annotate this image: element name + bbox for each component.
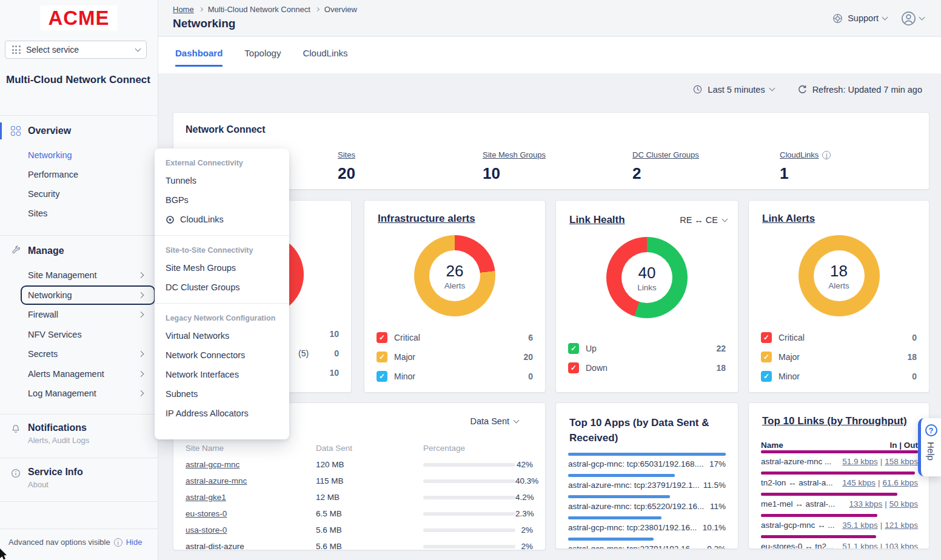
- out-kbps-link[interactable]: 121 kbps: [885, 521, 918, 530]
- flyout-item-network-interfaces[interactable]: Network Interfaces: [166, 365, 278, 384]
- out-kbps-link[interactable]: 50 kbps: [889, 499, 918, 508]
- stat-dcg-link[interactable]: DC Cluster Groups: [632, 150, 699, 159]
- separator: |: [878, 478, 880, 487]
- site-link[interactable]: astral-azure-mnc: [186, 476, 316, 485]
- manage-item-label: Alerts Management: [28, 369, 104, 379]
- breadcrumb-mid: Multi-Cloud Network Connect: [208, 5, 310, 14]
- link-health-legend: Up 22 Down 18: [568, 342, 726, 381]
- header-actions: Support: [832, 0, 924, 36]
- checkbox-minor[interactable]: [377, 371, 387, 382]
- progress-track: [423, 528, 515, 532]
- manage-item-firewall[interactable]: Firewall: [0, 305, 158, 325]
- checkbox-critical[interactable]: [377, 332, 387, 343]
- app-bar: [568, 495, 670, 498]
- manage-item-label: Firewall: [28, 310, 58, 319]
- chevron-right-icon: [138, 312, 144, 318]
- manage-item-alerts-management[interactable]: Alerts Management: [0, 364, 158, 384]
- flyout-item-virtual-networks[interactable]: Virtual Networks: [166, 326, 278, 345]
- link-health-title[interactable]: Link Health: [569, 214, 625, 226]
- manage-item-networking[interactable]: Networking: [0, 285, 158, 305]
- link-health-selector[interactable]: RE ↔ CE: [680, 215, 727, 225]
- refresh-button[interactable]: Refresh: Updated 7 min ago: [797, 84, 922, 95]
- out-kbps-link[interactable]: 61.6 kbps: [882, 478, 918, 487]
- user-icon: [900, 10, 917, 27]
- stat-smg-value: 10: [483, 164, 546, 183]
- out-kbps-link[interactable]: 158 kbps: [885, 457, 918, 466]
- tabs: Dashboard Topology CloudLinks: [175, 48, 348, 67]
- link-row: eu-stores-0 ↔ tn2...51.1 kbps|103 kbps: [761, 535, 918, 549]
- flyout-item-dc-cluster-groups[interactable]: DC Cluster Groups: [166, 278, 278, 297]
- time-range-selector[interactable]: Last 5 minutes: [692, 84, 774, 95]
- in-kbps-link[interactable]: 51.9 kbps: [842, 457, 878, 466]
- flyout-item-network-connectors[interactable]: Network Connectors: [166, 345, 278, 365]
- legend-row: Major 18: [761, 351, 917, 363]
- stat-sites-link[interactable]: Sites: [338, 150, 355, 159]
- manage-item-secrets[interactable]: Secrets: [0, 344, 158, 364]
- separator: |: [880, 542, 883, 549]
- help-tab[interactable]: Help: [918, 418, 941, 476]
- flyout-item-cloudlinks[interactable]: CloudLinks: [166, 210, 278, 229]
- in-kbps-link[interactable]: 133 kbps: [849, 499, 882, 508]
- checkbox-major[interactable]: [761, 352, 772, 362]
- legend-value: 10: [329, 329, 339, 339]
- flyout-item-site-mesh-groups[interactable]: Site Mesh Groups: [166, 258, 278, 278]
- link-alerts-title[interactable]: Link Alerts: [762, 213, 815, 225]
- user-menu[interactable]: [900, 10, 924, 27]
- checkbox-major[interactable]: [377, 352, 387, 362]
- flyout-item-tunnels[interactable]: Tunnels: [166, 171, 278, 190]
- link-row: astral-azure-mnc ...51.9 kbps|158 kbps: [761, 450, 918, 466]
- top-links-title[interactable]: Top 10 Links (by Throughput): [762, 415, 907, 427]
- link-health-card: Link Health RE ↔ CE 40 Links Up 22 Down …: [555, 200, 738, 393]
- app-name: astral-gcp-mnc: tcp:65031/192.168....: [568, 459, 704, 468]
- info-icon: [10, 468, 21, 481]
- divider: [0, 414, 158, 415]
- divider: [0, 501, 158, 502]
- tab-topology[interactable]: Topology: [244, 48, 281, 67]
- sidebar-item-sites[interactable]: Sites: [0, 204, 158, 223]
- sidebar-item-performance[interactable]: Performance: [0, 165, 158, 184]
- app-row: astral-gcp-mnc: tcp:23791/192.16...9.2%: [568, 538, 726, 549]
- checkbox-minor[interactable]: [761, 371, 772, 382]
- link-name: astral-gcp-mnc ↔ ...: [761, 521, 835, 530]
- service-info-label: Service Info: [28, 467, 83, 478]
- sidebar-item-overview[interactable]: Overview: [0, 122, 158, 140]
- stat-cloudlinks-link[interactable]: CloudLinks: [780, 150, 831, 159]
- flyout-item-bgps[interactable]: BGPs: [166, 190, 278, 210]
- data-sent-selector[interactable]: Data Sent: [470, 416, 519, 426]
- site-link[interactable]: astral-gke1: [186, 493, 316, 502]
- data-sent-selector-label: Data Sent: [470, 416, 510, 426]
- tab-dashboard[interactable]: Dashboard: [175, 48, 223, 67]
- in-kbps-link[interactable]: 145 kbps: [842, 478, 876, 487]
- infrastructure-alerts-title[interactable]: Infrastructure alerts: [378, 213, 475, 225]
- sidebar-item-security[interactable]: Security: [0, 184, 158, 204]
- checkbox-down[interactable]: [568, 362, 579, 373]
- hide-link[interactable]: Hide: [126, 538, 142, 547]
- breadcrumb-home[interactable]: Home: [173, 5, 194, 14]
- site-link[interactable]: eu-stores-0: [186, 509, 316, 518]
- page-title: Networking: [173, 17, 235, 30]
- stat-smg-link[interactable]: Site Mesh Groups: [483, 150, 546, 159]
- select-service-dropdown[interactable]: Select service: [5, 41, 147, 59]
- manage-item-site-management[interactable]: Site Management: [0, 265, 158, 285]
- chevron-right-icon: [315, 7, 320, 12]
- site-link[interactable]: astral-gcp-mnc: [186, 460, 316, 469]
- in-kbps-link[interactable]: 51.1 kbps: [842, 542, 878, 549]
- link-bar: [761, 514, 877, 517]
- link-bar: [761, 535, 876, 538]
- support-menu[interactable]: Support: [832, 13, 887, 24]
- checkbox-critical[interactable]: [761, 332, 772, 343]
- app-row: astral-gcp-mnc: tcp:23801/192.16...10.1%: [568, 516, 726, 532]
- table-row: astral-azure-mnc 115 MB 40.3%: [186, 473, 533, 489]
- flyout-item-subnets[interactable]: Subnets: [166, 384, 278, 404]
- tab-cloudlinks[interactable]: CloudLinks: [303, 48, 347, 67]
- sidebar-item-networking[interactable]: Networking: [0, 145, 158, 165]
- manage-item-log-management[interactable]: Log Management: [0, 384, 158, 404]
- bullseye-icon: [166, 215, 175, 224]
- out-kbps-link[interactable]: 103 kbps: [885, 542, 918, 549]
- site-link[interactable]: usa-store-0: [186, 525, 316, 535]
- in-kbps-link[interactable]: 35.1 kbps: [842, 521, 878, 530]
- manage-item-nfv-services[interactable]: NFV Services: [0, 325, 158, 345]
- checkbox-up[interactable]: [568, 343, 579, 354]
- legend-value: 18: [907, 352, 917, 362]
- flyout-item-ip-address-allocators[interactable]: IP Address Allocators: [166, 404, 278, 423]
